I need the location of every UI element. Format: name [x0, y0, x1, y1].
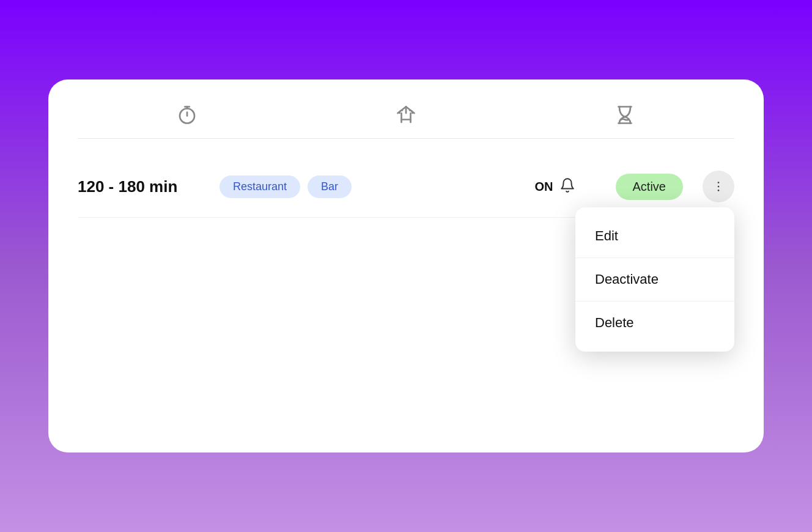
on-label: ON: [535, 180, 553, 194]
main-card: 120 - 180 min Restaurant Bar ON Active: [48, 79, 764, 453]
dropdown-menu: Edit Deactivate Delete: [575, 207, 734, 352]
stopwatch-icon: [176, 104, 198, 126]
bell-icon: [559, 177, 575, 196]
three-dots-icon: [712, 180, 725, 193]
gazebo-icon: [395, 104, 417, 126]
restaurant-tag: Restaurant: [220, 175, 300, 198]
hourglass-icon: [614, 104, 636, 126]
svg-point-9: [718, 186, 720, 188]
active-badge: Active: [616, 174, 683, 200]
deactivate-menu-item[interactable]: Deactivate: [575, 257, 734, 301]
more-options-button[interactable]: [703, 171, 734, 202]
gazebo-icon-cell: [297, 104, 515, 126]
time-range: 120 - 180 min: [78, 177, 200, 196]
tags-container: Restaurant Bar: [220, 175, 515, 198]
svg-point-10: [718, 190, 720, 191]
notification-area: ON: [535, 177, 596, 196]
delete-menu-item[interactable]: Delete: [575, 301, 734, 344]
stopwatch-icon-cell: [78, 104, 297, 126]
data-row: 120 - 180 min Restaurant Bar ON Active: [78, 156, 734, 218]
edit-menu-item[interactable]: Edit: [575, 215, 734, 257]
hourglass-icon-cell: [515, 104, 734, 126]
icons-row: [78, 104, 734, 139]
svg-point-8: [718, 182, 720, 183]
bar-tag: Bar: [308, 175, 352, 198]
